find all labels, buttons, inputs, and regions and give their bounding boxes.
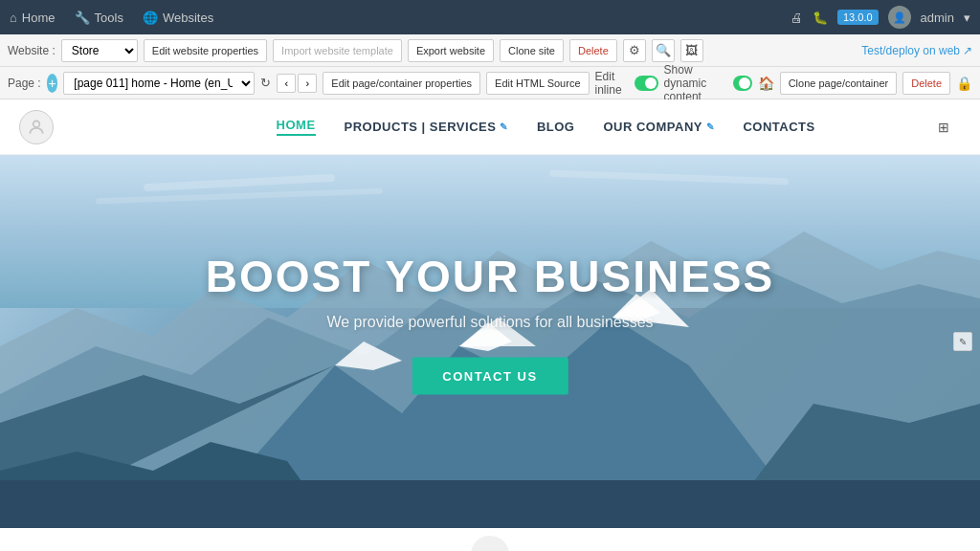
home-label: Home <box>22 11 56 25</box>
bug-icon[interactable]: 🐛 <box>813 11 828 25</box>
home-icon: ⌂ <box>10 11 17 25</box>
show-dynamic-label: Show dynamic content <box>664 63 730 103</box>
nav-forward-button[interactable]: › <box>298 74 317 93</box>
version-badge: 13.0.0 <box>837 10 879 25</box>
nav-back-button[interactable]: ‹ <box>277 74 296 93</box>
edit-inline-toggle-container: Edit inline <box>595 70 658 97</box>
test-deploy-link[interactable]: Test/deploy on web ↗ <box>861 44 972 57</box>
import-template-button[interactable]: Import website template <box>273 39 402 62</box>
site-logo[interactable] <box>19 110 54 144</box>
test-deploy-label: Test/deploy on web <box>861 44 960 57</box>
page-home-icon[interactable]: 🏠 <box>758 76 774 91</box>
edit-website-properties-button[interactable]: Edit website properties <box>144 39 267 62</box>
clone-page-button[interactable]: Clone page/container <box>780 72 898 95</box>
nav-home-label: HOME <box>277 118 316 132</box>
system-bar: ⌂ Home 🔧 Tools 🌐 Websites 🖨 🐛 13.0.0 👤 a… <box>0 0 980 34</box>
hero-title: BOOST YOUR BUSINESS <box>206 251 774 302</box>
hero-section: BOOST YOUR BUSINESS We provide powerful … <box>0 155 980 528</box>
image-icon-button[interactable]: 🖼 <box>680 39 703 62</box>
website-toolbar: Website : Store Edit website properties … <box>0 34 980 67</box>
nav-our-company[interactable]: OUR COMPANY ✎ <box>603 120 714 134</box>
export-website-button[interactable]: Export website <box>408 39 494 62</box>
nav-contacts-label: CONTACTS <box>743 120 814 134</box>
tools-label: Tools <box>95 11 123 25</box>
website-preview: HOME PRODUCTS | SERVICES ✎ BLOG OUR COMP… <box>0 99 980 551</box>
svg-point-0 <box>33 121 40 127</box>
show-dynamic-toggle-container: Show dynamic content <box>664 63 752 103</box>
system-bar-right: 🖨 🐛 13.0.0 👤 admin ▾ <box>791 6 970 29</box>
search-icon-button[interactable]: 🔍 <box>652 39 675 62</box>
add-page-button[interactable]: + <box>47 74 58 93</box>
edit-inline-label: Edit inline <box>595 70 632 97</box>
admin-label: admin <box>921 11 954 25</box>
nav-products-label: PRODUCTS | SERVICES <box>345 120 497 134</box>
avatar: 👤 <box>888 6 911 29</box>
external-link-icon: ↗ <box>963 44 972 57</box>
print-icon[interactable]: 🖨 <box>791 11 803 25</box>
lock-icon[interactable]: 🔒 <box>956 76 972 91</box>
website-label: Website : <box>8 44 56 57</box>
hero-cta-button[interactable]: CONTACT US <box>412 358 568 395</box>
nav-products-edit-icon: ✎ <box>500 121 508 132</box>
refresh-button[interactable]: ↻ <box>260 76 271 90</box>
clone-site-button[interactable]: Clone site <box>500 39 564 62</box>
globe-icon: 🌐 <box>143 11 158 25</box>
websites-label: Websites <box>163 11 213 25</box>
hero-content: BOOST YOUR BUSINESS We provide powerful … <box>206 251 774 395</box>
cloud-layer <box>96 169 884 227</box>
delete-website-button[interactable]: Delete <box>569 39 617 62</box>
page-label: Page : <box>8 77 41 90</box>
edit-html-source-button[interactable]: Edit HTML Source <box>486 72 589 95</box>
tools-nav[interactable]: 🔧 Tools <box>75 11 123 25</box>
websites-nav[interactable]: 🌐 Websites <box>143 11 213 25</box>
site-nav-links: HOME PRODUCTS | SERVICES ✎ BLOG OUR COMP… <box>277 118 815 136</box>
nav-our-company-label: OUR COMPANY <box>603 120 702 134</box>
nav-contacts[interactable]: CONTACTS <box>743 120 814 134</box>
svg-rect-12 <box>0 480 980 528</box>
bottom-section: ⌂ <box>0 528 980 551</box>
edit-page-properties-button[interactable]: Edit page/container properties <box>323 72 480 95</box>
nav-company-edit-icon: ✎ <box>706 121 715 132</box>
bottom-icon: ⌂ <box>471 536 509 551</box>
nav-home[interactable]: HOME <box>277 118 316 136</box>
nav-arrows: ‹ › <box>277 74 317 93</box>
admin-dropdown-icon[interactable]: ▾ <box>964 11 970 25</box>
website-select[interactable]: Store <box>61 39 138 62</box>
delete-page-button[interactable]: Delete <box>902 72 950 95</box>
nav-blog[interactable]: BLOG <box>537 120 575 134</box>
show-dynamic-toggle[interactable] <box>733 76 751 91</box>
page-select[interactable]: [page 011] home - Home (en_US) <box>63 72 255 95</box>
nav-products-services[interactable]: PRODUCTS | SERVICES ✎ <box>345 120 508 134</box>
section-edit-handle[interactable]: ✎ <box>953 332 972 351</box>
nav-blog-label: BLOG <box>537 120 575 134</box>
tools-icon: 🔧 <box>75 11 90 25</box>
settings-icon-button[interactable]: ⚙ <box>623 39 646 62</box>
page-toolbar: Page : + [page 011] home - Home (en_US) … <box>0 67 980 99</box>
site-nav-right-icon[interactable]: ⊞ <box>926 110 961 144</box>
site-navbar: HOME PRODUCTS | SERVICES ✎ BLOG OUR COMP… <box>0 99 980 155</box>
home-nav[interactable]: ⌂ Home <box>10 11 56 25</box>
hero-subtitle: We provide powerful solutions for all bu… <box>206 314 774 331</box>
edit-inline-toggle[interactable] <box>635 76 658 91</box>
